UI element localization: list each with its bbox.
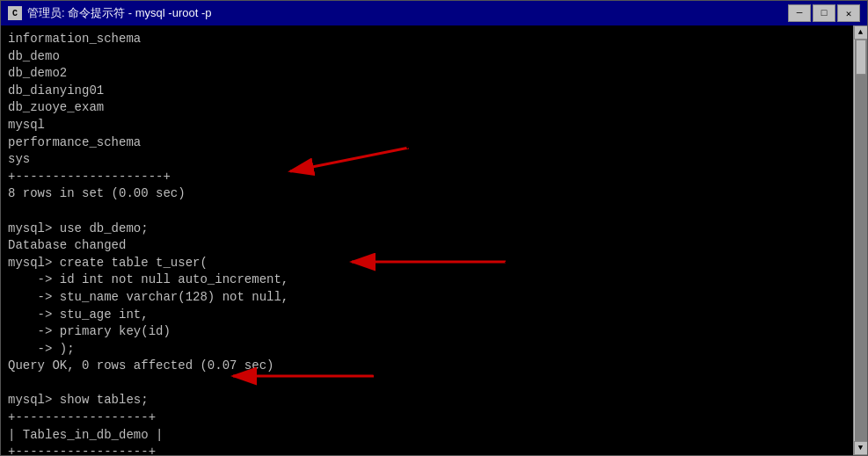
minimize-button[interactable]: ─ xyxy=(788,4,811,22)
title-bar: C 管理员: 命令提示符 - mysql -uroot -p ─ □ ✕ xyxy=(1,1,867,25)
scroll-down-button[interactable]: ▼ xyxy=(854,441,868,455)
terminal-line: -> stu_name varchar(128) not null, xyxy=(8,289,846,307)
window: C 管理员: 命令提示符 - mysql -uroot -p ─ □ ✕ inf… xyxy=(0,0,868,456)
maximize-button[interactable]: □ xyxy=(813,4,835,22)
app-icon: C xyxy=(8,6,22,20)
terminal-line: information_schema xyxy=(8,31,846,48)
window-title: 管理员: 命令提示符 - mysql -uroot -p xyxy=(27,5,211,21)
content-area: information_schemadb_demodb_demo2db_dian… xyxy=(1,25,867,455)
terminal-line: Query OK, 0 rows affected (0.07 sec) xyxy=(8,358,846,375)
terminal-line: | Tables_in_db_demo | xyxy=(8,427,846,445)
terminal-line: -> id int not null auto_increment, xyxy=(8,271,846,289)
terminal-line: +------------------+ xyxy=(8,444,846,455)
terminal-line: db_demo xyxy=(8,48,846,66)
title-bar-buttons: ─ □ ✕ xyxy=(788,4,860,22)
terminal[interactable]: information_schemadb_demodb_demo2db_dian… xyxy=(1,25,853,455)
terminal-line: +------------------+ xyxy=(8,409,846,427)
terminal-line: db_zuoye_exam xyxy=(8,99,846,117)
terminal-line: mysql> use db_demo; xyxy=(8,221,846,238)
terminal-line: db_dianying01 xyxy=(8,83,846,100)
terminal-line: +--------------------+ xyxy=(8,169,846,186)
terminal-line: performance_schema xyxy=(8,134,846,152)
terminal-line: db_demo2 xyxy=(8,65,846,83)
terminal-line: sys xyxy=(8,151,846,169)
terminal-line: Database changed xyxy=(8,237,846,255)
scroll-thumb[interactable] xyxy=(856,40,866,75)
terminal-line: -> ); xyxy=(8,341,846,358)
terminal-line: mysql xyxy=(8,117,846,134)
terminal-line: mysql> create table t_user( xyxy=(8,255,846,272)
terminal-line: -> primary key(id) xyxy=(8,323,846,341)
title-bar-left: C 管理员: 命令提示符 - mysql -uroot -p xyxy=(8,5,211,21)
terminal-line: 8 rows in set (0.00 sec) xyxy=(8,185,846,203)
close-button[interactable]: ✕ xyxy=(837,4,860,22)
scrollbar[interactable]: ▲ ▼ xyxy=(853,25,867,455)
terminal-line xyxy=(8,203,846,221)
scroll-up-button[interactable]: ▲ xyxy=(854,25,868,40)
terminal-line xyxy=(8,375,846,393)
scroll-track xyxy=(855,40,867,441)
terminal-line: -> stu_age int, xyxy=(8,307,846,324)
terminal-line: mysql> show tables; xyxy=(8,392,846,409)
